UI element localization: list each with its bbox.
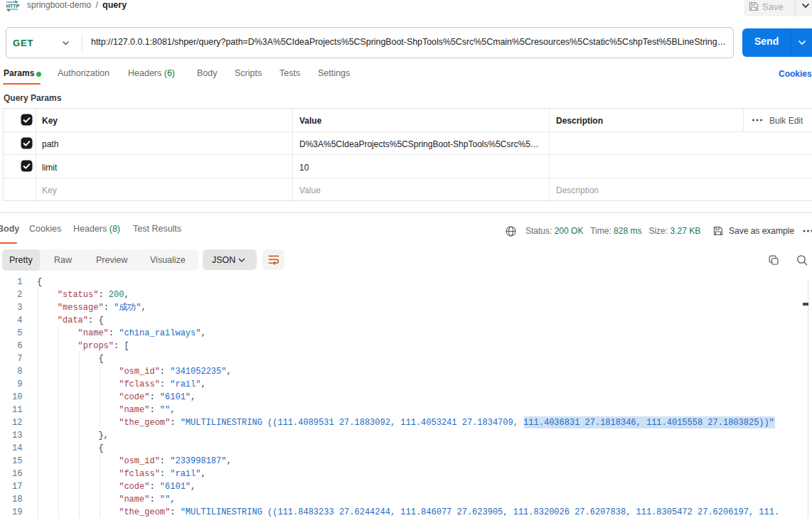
svg-text:HTTP: HTTP [6, 3, 20, 9]
